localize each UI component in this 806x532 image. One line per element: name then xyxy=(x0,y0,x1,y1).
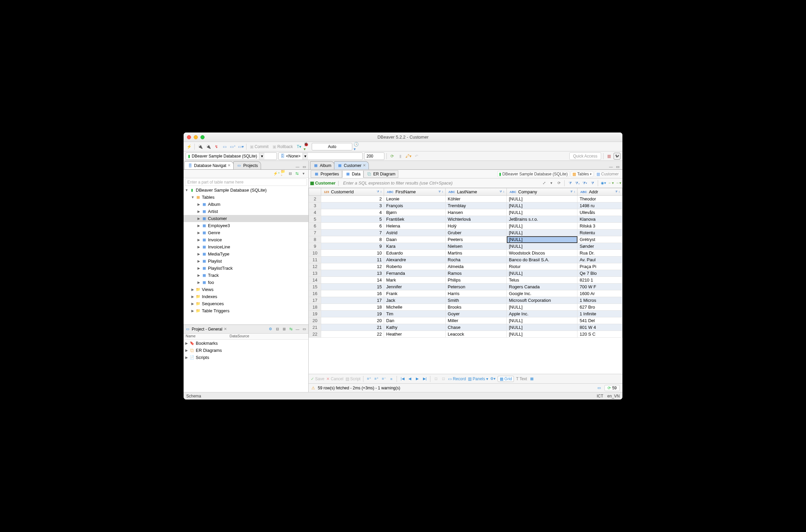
next-page-icon[interactable]: ▶ xyxy=(414,376,420,382)
datasource-select[interactable]: ▮DBeaver Sample Database (SQLite) ▾ xyxy=(186,152,277,160)
row-number[interactable]: 18 xyxy=(309,304,321,310)
table-row[interactable]: 1515JenniferPetersonRogers Canada700 W F xyxy=(309,284,622,290)
tree-table-invoiceline[interactable]: ▶▦InvoiceLine xyxy=(184,243,308,250)
maximize-proj-icon[interactable]: ▭ xyxy=(302,326,307,332)
close-icon[interactable]: ✕ xyxy=(227,163,230,168)
schema-select[interactable]: 🗄<None> ▾ xyxy=(278,152,363,160)
cell[interactable]: Frank xyxy=(384,290,446,297)
cell[interactable]: 2 xyxy=(321,196,384,203)
cell[interactable]: [NULL] xyxy=(507,229,578,236)
tree-table-album[interactable]: ▶▦Album xyxy=(184,201,308,208)
cell[interactable]: 18 xyxy=(321,304,384,310)
tree-triggers[interactable]: ▶📁Table Triggers xyxy=(184,307,308,314)
recent-sql-icon[interactable]: ▭▾ xyxy=(237,143,244,150)
row-number[interactable]: 5 xyxy=(309,216,321,223)
row-number[interactable]: 15 xyxy=(309,284,321,290)
cell[interactable]: Rocha xyxy=(446,256,507,263)
row-number[interactable]: 14 xyxy=(309,277,321,284)
row-number[interactable]: 2 xyxy=(309,196,321,203)
row-number[interactable]: 20 xyxy=(309,317,321,324)
cell[interactable]: Telus xyxy=(507,277,578,284)
row-number[interactable]: 4 xyxy=(309,209,321,216)
cell[interactable]: Banco do Brasil S.A. xyxy=(507,256,578,263)
sort-icon[interactable]: ⧩ ↕ xyxy=(499,190,504,194)
debug-icon[interactable]: 🐞▾ xyxy=(304,143,311,150)
extra-panel-icon[interactable]: ▦ xyxy=(529,376,535,382)
filter-icon[interactable]: ⧩ xyxy=(567,180,573,186)
cell[interactable]: [NULL] xyxy=(507,270,578,277)
table-row[interactable]: 44BjørnHansen[NULL]Ullevåls xyxy=(309,209,622,216)
cell[interactable]: Helena xyxy=(384,223,446,229)
column-header-firstname[interactable]: ABC FirstName⧩ ↕ xyxy=(384,188,446,196)
row-number[interactable]: 21 xyxy=(309,324,321,331)
cell[interactable]: Kathy xyxy=(384,324,446,331)
new-folder-icon[interactable]: 📁⁺ xyxy=(281,171,286,176)
cell[interactable]: 1498 ru xyxy=(578,203,622,209)
collapse-icon[interactable]: ⊟ xyxy=(287,171,293,176)
cell[interactable]: 1 Infinite xyxy=(578,310,622,317)
sort-icon[interactable]: ⧩ ↕ xyxy=(438,190,443,194)
nav-forward-icon[interactable]: →▾ xyxy=(616,180,621,186)
cell[interactable]: Rotentu xyxy=(578,229,622,236)
close-icon[interactable]: ✕ xyxy=(363,163,366,168)
cell[interactable]: [NULL] xyxy=(507,203,578,209)
cell[interactable]: 10 xyxy=(321,250,384,256)
table-row[interactable]: 66HelenaHolý[NULL]Rilská 3 xyxy=(309,223,622,229)
last-page-icon[interactable]: ▶| xyxy=(422,376,427,382)
link-editor-icon[interactable]: ⇆ xyxy=(294,171,300,176)
nav-back-icon[interactable]: ←▾ xyxy=(608,180,614,186)
entity-label[interactable]: ▦ Customer xyxy=(310,180,336,186)
quick-access-input[interactable]: Quick Access xyxy=(569,152,601,160)
tree-table-mediatype[interactable]: ▶▦MediaType xyxy=(184,250,308,258)
cell[interactable]: Riotur xyxy=(507,263,578,270)
column-header-customerid[interactable]: 123 CustomerId⧩ ↕ xyxy=(321,188,384,196)
nav-filter-input[interactable]: Enter a part of table name here xyxy=(185,178,307,186)
cell[interactable]: Ullevåls xyxy=(578,209,622,216)
cell[interactable]: [NULL] xyxy=(507,317,578,324)
cell[interactable]: [NULL] xyxy=(507,243,578,250)
cell[interactable]: 5 xyxy=(321,216,384,223)
history-icon[interactable]: 🕓▾ xyxy=(354,143,360,150)
cell[interactable]: François xyxy=(384,203,446,209)
record-button[interactable]: ▭Record xyxy=(448,377,466,381)
connect-icon[interactable]: 🔌 xyxy=(197,143,204,150)
cell[interactable]: Woodstock Discos xyxy=(507,250,578,256)
cell[interactable]: Astrid xyxy=(384,229,446,236)
cell[interactable]: 3 xyxy=(321,203,384,209)
tree-table-track[interactable]: ▶▦Track xyxy=(184,272,308,279)
new-connection-nav-icon[interactable]: ⚡⁺ xyxy=(274,171,279,176)
cell[interactable]: 700 W F xyxy=(578,284,622,290)
rollback-button[interactable]: ▣Rollback xyxy=(271,144,294,149)
apply-filter-icon[interactable]: ⟳ xyxy=(556,180,562,186)
txn-mode-select[interactable]: Auto xyxy=(312,143,352,150)
cell[interactable]: 17 xyxy=(321,297,384,304)
table-row[interactable]: 1818MichelleBrooks[NULL]627 Bro xyxy=(309,304,622,310)
filter-history-icon[interactable]: ▾ xyxy=(549,180,554,186)
row-number[interactable]: 3 xyxy=(309,203,321,209)
rowcount-box[interactable]: ⟳59 xyxy=(604,385,620,391)
text-mode-button[interactable]: TText xyxy=(516,377,527,381)
cell[interactable]: 13 xyxy=(321,270,384,277)
cell[interactable]: 19 xyxy=(321,310,384,317)
cell[interactable]: Chase xyxy=(446,324,507,331)
cell[interactable]: Daan xyxy=(384,236,446,243)
cell[interactable]: Praça Pi xyxy=(578,263,622,270)
table-row[interactable]: 1111AlexandreRochaBanco do Brasil S.A.Av… xyxy=(309,256,622,263)
table-row[interactable]: 77AstridGruber[NULL]Rotentu xyxy=(309,229,622,236)
cell[interactable]: 541 Del xyxy=(578,317,622,324)
cell[interactable]: 1600 Ar xyxy=(578,290,622,297)
row-number[interactable]: 6 xyxy=(309,223,321,229)
perspective-db-icon[interactable]: ▦ xyxy=(605,153,612,159)
cell[interactable]: Apple Inc. xyxy=(507,310,578,317)
project-tree[interactable]: ▶🔖Bookmarks▶⿻ER Diagrams▶📄Scripts xyxy=(184,340,308,392)
column-header-lastname[interactable]: ABC LastName⧩ ↕ xyxy=(446,188,507,196)
column-header-addr[interactable]: ABC Addr⧩ ↕ xyxy=(578,188,622,196)
table-row[interactable]: 1616FrankHarrisGoogle Inc.1600 Ar xyxy=(309,290,622,297)
cell[interactable]: Wichterlová xyxy=(446,216,507,223)
invalidate-icon[interactable]: ↯ xyxy=(213,143,220,150)
cell[interactable]: Rogers Canada xyxy=(507,284,578,290)
cell[interactable]: [NULL] xyxy=(507,223,578,229)
prev-page-icon[interactable]: ◀ xyxy=(407,376,412,382)
table-row[interactable]: 2222HeatherLeacock[NULL]120 S C xyxy=(309,331,622,338)
cell[interactable]: František xyxy=(384,216,446,223)
